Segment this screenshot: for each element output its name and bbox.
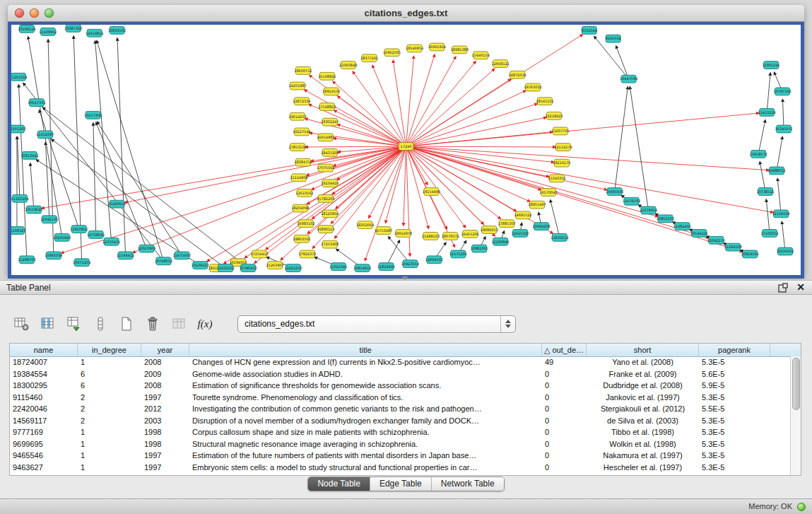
new-column-button[interactable]: [117, 315, 136, 333]
graph-node[interactable]: 10559620: [25, 206, 42, 214]
graph-node[interactable]: 12872334: [293, 98, 310, 105]
graph-node[interactable]: 12105203: [11, 125, 26, 133]
table-row[interactable]: 969969511998Structural magnetic resonanc…: [10, 438, 791, 450]
table-cell[interactable]: 1997: [141, 450, 189, 462]
graph-node[interactable]: 10205843: [53, 233, 71, 241]
table-cell[interactable]: 5.3E-5: [699, 415, 770, 427]
graph-node[interactable]: 15263907: [266, 262, 283, 269]
table-cell[interactable]: Jankovic et al. (1997): [587, 392, 699, 404]
graph-node[interactable]: 15958572: [750, 150, 767, 158]
table-row[interactable]: 946554611997Estimation of the future num…: [10, 450, 791, 462]
table-cell[interactable]: 1: [78, 462, 141, 474]
graph-node[interactable]: 10924502: [741, 250, 759, 258]
graph-node[interactable]: 16961924: [428, 43, 446, 51]
graph-node[interactable]: 17103054: [760, 230, 778, 238]
table-cell[interactable]: 0: [542, 450, 587, 462]
table-cell[interactable]: 9463627: [10, 462, 78, 474]
table-row[interactable]: 911546021997Tourette syndrome. Phenomeno…: [10, 392, 791, 404]
table-cell[interactable]: Investigating the contribution of common…: [189, 403, 542, 415]
graph-node[interactable]: 10087320: [64, 25, 82, 32]
table-cell[interactable]: Tibbo et al. (1998): [587, 426, 699, 438]
table-row[interactable]: 1938455462009Genome-wide association stu…: [10, 368, 791, 380]
graph-node[interactable]: 14872034: [508, 71, 526, 78]
column-header-year[interactable]: year: [141, 344, 189, 356]
graph-node[interactable]: 18120954: [321, 210, 339, 218]
table-cell[interactable]: Disruption of a novel member of a sodium…: [189, 415, 542, 427]
table-cell[interactable]: 5.6E-5: [699, 368, 770, 380]
import-table-button[interactable]: [65, 315, 83, 333]
graph-node[interactable]: 10905034: [45, 252, 62, 259]
graph-node[interactable]: 11022341: [329, 263, 347, 271]
graph-node[interactable]: 17240: [399, 143, 413, 151]
table-cell[interactable]: 2003: [141, 415, 189, 427]
graph-node[interactable]: 18955497: [528, 201, 546, 209]
graph-node[interactable]: 11452087: [36, 131, 54, 139]
column-header-name[interactable]: name: [10, 344, 78, 356]
close-panel-icon[interactable]: ✕: [796, 282, 805, 293]
table-cell[interactable]: 9777169: [10, 426, 78, 438]
graph-node[interactable]: 10196524: [18, 25, 35, 33]
graph-node[interactable]: 10748052: [155, 257, 172, 265]
graph-node[interactable]: 11200840: [491, 238, 509, 245]
table-row[interactable]: 1456911722003Disruption of a novel membe…: [10, 415, 791, 427]
table-cell[interactable]: 6: [78, 368, 141, 380]
graph-node[interactable]: 10913442: [20, 151, 38, 159]
graph-node[interactable]: 15901245: [762, 62, 779, 69]
graph-node[interactable]: 19763032: [524, 83, 541, 91]
graph-node[interactable]: 17885307: [498, 220, 515, 228]
table-cell[interactable]: 1: [78, 426, 141, 438]
graph-node[interactable]: 12415320: [511, 230, 529, 238]
column-header-title[interactable]: title: [189, 344, 542, 356]
graph-node[interactable]: 16447594: [620, 75, 637, 83]
table-cell[interactable]: Changes of HCN gene expression and I(f) …: [189, 356, 542, 368]
graph-node[interactable]: 16570043: [539, 189, 557, 197]
graph-node[interactable]: 12104504: [772, 210, 789, 218]
graph-node[interactable]: 15488103: [422, 232, 440, 240]
graph-node[interactable]: 12116279: [554, 144, 572, 151]
table-cell[interactable]: 1997: [141, 392, 189, 404]
table-cell[interactable]: 2: [78, 392, 141, 404]
graph-node[interactable]: 10738525: [756, 188, 774, 196]
table-cell[interactable]: Genome-wide association studies in ADHD.: [189, 368, 542, 380]
graph-node[interactable]: 12042135: [40, 216, 58, 223]
graph-node[interactable]: 11288703: [18, 256, 35, 264]
graph-node[interactable]: 8531044: [582, 26, 597, 34]
graph-node[interactable]: 14695522: [514, 211, 531, 219]
column-header-out_de[interactable]: △ out_de…: [542, 344, 587, 356]
graph-node[interactable]: 12261250: [284, 264, 302, 272]
graph-node[interactable]: 11261024: [11, 73, 28, 81]
table-cell[interactable]: 5.3E-5: [699, 392, 770, 404]
graph-node[interactable]: 25260650: [108, 200, 126, 208]
graph-node[interactable]: 10797343: [773, 88, 791, 95]
graph-node[interactable]: 18377261: [360, 54, 378, 62]
table-cell[interactable]: 9115460: [10, 392, 78, 404]
table-cell[interactable]: 22420046: [10, 403, 78, 415]
table-scrollbar-thumb[interactable]: [792, 358, 800, 410]
table-cell[interactable]: 0: [542, 380, 587, 392]
table-cell[interactable]: 49: [542, 356, 587, 368]
close-window-button[interactable]: [15, 8, 24, 18]
table-cell[interactable]: Dudbridge et al. (2008): [587, 380, 699, 392]
select-columns-button[interactable]: [39, 315, 57, 333]
table-selector-dropdown[interactable]: citations_edges.txt: [237, 315, 516, 333]
table-cell[interactable]: 2008: [141, 356, 189, 368]
graph-node[interactable]: 12023909: [138, 245, 155, 252]
delete-column-button[interactable]: [143, 315, 162, 333]
graph-node[interactable]: 16345071: [775, 125, 792, 133]
table-cell[interactable]: 0: [542, 415, 587, 427]
table-cell[interactable]: Embryonic stem cells: a model to study s…: [189, 462, 542, 474]
table-cell[interactable]: 1998: [141, 426, 189, 438]
graph-node[interactable]: 18216176: [553, 159, 570, 167]
graph-node[interactable]: 11294508: [724, 243, 742, 251]
graph-node[interactable]: 22060848: [339, 62, 357, 69]
graph-node[interactable]: 11675603: [173, 252, 191, 259]
table-cell[interactable]: 0: [542, 462, 587, 474]
graph-node[interactable]: 17254413: [250, 250, 268, 258]
graph-node[interactable]: 18079372: [442, 232, 459, 240]
table-cell[interactable]: 2012: [141, 403, 189, 415]
column-header-short[interactable]: short: [587, 344, 699, 356]
graph-node[interactable]: 10862103: [657, 215, 674, 223]
graph-node[interactable]: 11320104: [11, 194, 29, 202]
graph-node[interactable]: 17253408: [321, 240, 339, 248]
table-cell[interactable]: 5.5E-5: [699, 403, 770, 415]
